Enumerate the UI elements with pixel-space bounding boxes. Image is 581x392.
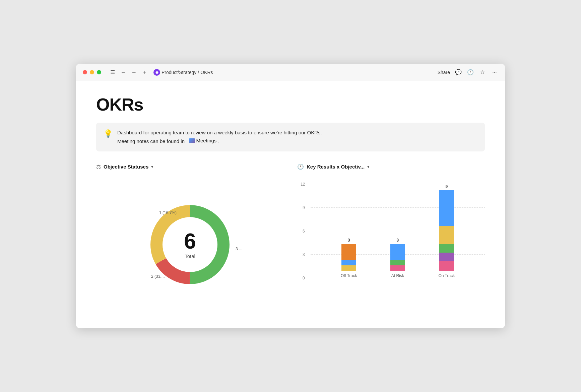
bar-group-at-risk: 3 At Risk [390, 238, 405, 278]
segment-on-track-pink [439, 261, 454, 271]
page-title: OKRs [96, 94, 485, 115]
x-label-off-track: Off Track [341, 273, 357, 278]
more-icon[interactable]: ··· [491, 69, 498, 76]
donut-annotation-top: 1 (16.7%) [159, 210, 177, 215]
bar-chart-panel: 🕐 Key Results x Objectiv... ▾ 12 [297, 164, 485, 308]
segment-on-track-blue [439, 190, 454, 226]
menu-icon[interactable]: ☰ [108, 68, 117, 77]
donut-chart-icon: ⚖ [96, 164, 101, 170]
x-label-at-risk: At Risk [391, 273, 404, 278]
bar-chart-area: 12 9 6 3 0 [297, 181, 485, 308]
stacked-bar-on-track [439, 190, 454, 271]
titlebar-right: Share 💬 🕐 ☆ ··· [438, 69, 498, 76]
meetings-icon [189, 138, 195, 143]
bar-group-on-track: 9 On Track [438, 184, 455, 278]
segment-at-risk-green [390, 260, 405, 265]
donut-total-label: Total [184, 253, 196, 259]
bars-container: 3 Off Track 3 [311, 184, 485, 278]
segment-off-track-yellow [341, 265, 356, 271]
bar-group-off-track: 3 Off Track [341, 238, 357, 278]
titlebar-menu: ☰ ← → + [108, 68, 149, 77]
workspace-icon: ◉ [153, 69, 160, 76]
y-label-12: 12 [301, 182, 305, 187]
lightbulb-icon: 💡 [104, 129, 113, 138]
traffic-lights [83, 70, 101, 74]
stacked-bar-at-risk [390, 244, 405, 271]
callout-link[interactable]: Meetings. [189, 137, 219, 145]
segment-at-risk-pink [390, 265, 405, 271]
bar-label-off-track: 3 [348, 238, 350, 243]
donut-chart-title: Objective Statuses [104, 164, 148, 170]
share-button[interactable]: Share [438, 70, 450, 75]
y-label-0: 0 [303, 276, 305, 280]
close-button[interactable] [83, 70, 87, 74]
donut-dropdown[interactable]: ▾ [151, 164, 153, 169]
y-label-9: 9 [303, 205, 305, 210]
bar-chart-inner: 12 9 6 3 0 [297, 184, 485, 291]
donut-chart-header: ⚖ Objective Statuses ▾ [96, 164, 284, 174]
breadcrumb-page[interactable]: OKRs [200, 70, 213, 75]
segment-on-track-green [439, 244, 454, 253]
bar-label-at-risk: 3 [397, 238, 399, 243]
titlebar: ☰ ← → + ◉ Product/Strategy / OKRs Share … [76, 64, 505, 81]
bar-dropdown[interactable]: ▾ [367, 164, 370, 169]
star-icon[interactable]: ☆ [479, 69, 486, 76]
forward-icon[interactable]: → [129, 68, 139, 77]
donut-wrapper: 6 Total 1 (16.7%) 3 ... 2 (33.... [143, 198, 237, 291]
page-content: OKRs 💡 Dashboard for operating team to r… [76, 81, 505, 328]
breadcrumb-separator: / [198, 70, 199, 75]
donut-annotation-bottom: 2 (33.... [151, 274, 165, 279]
donut-chart-panel: ⚖ Objective Statuses ▾ [96, 164, 284, 308]
y-label-6: 6 [303, 229, 305, 234]
bar-label-on-track: 9 [445, 184, 448, 189]
segment-off-track-blue [341, 260, 356, 265]
donut-total: 6 [184, 231, 196, 252]
minimize-button[interactable] [90, 70, 94, 74]
donut-annotation-right: 3 ... [236, 247, 242, 251]
donut-chart-container: 6 Total 1 (16.7%) 3 ... 2 (33.... [96, 181, 284, 308]
bar-chart-title: Key Results x Objectiv... [307, 164, 365, 170]
bar-chart-header: 🕐 Key Results x Objectiv... ▾ [297, 164, 485, 174]
stacked-bar-off-track [341, 244, 356, 271]
breadcrumb: ◉ Product/Strategy / OKRs [153, 69, 434, 76]
bar-chart-icon: 🕐 [297, 164, 304, 170]
donut-center: 6 Total [184, 231, 196, 259]
x-axis-line [311, 278, 485, 278]
segment-on-track-purple [439, 253, 454, 261]
callout-box: 💡 Dashboard for operating team to review… [96, 123, 485, 151]
y-label-3: 3 [303, 252, 305, 257]
add-icon[interactable]: + [140, 68, 149, 77]
segment-on-track-yellow [439, 226, 454, 244]
segment-at-risk-blue [390, 244, 405, 260]
fullscreen-button[interactable] [97, 70, 101, 74]
comment-icon[interactable]: 💬 [455, 69, 462, 76]
segment-off-track-orange [341, 244, 356, 260]
breadcrumb-workspace[interactable]: Product/Strategy [162, 70, 196, 75]
charts-row: ⚖ Objective Statuses ▾ [96, 164, 485, 308]
history-icon[interactable]: 🕐 [467, 69, 474, 76]
back-icon[interactable]: ← [119, 68, 128, 77]
x-label-on-track: On Track [438, 273, 455, 278]
callout-text: Dashboard for operating team to review o… [117, 129, 322, 145]
app-window: ☰ ← → + ◉ Product/Strategy / OKRs Share … [76, 64, 505, 328]
